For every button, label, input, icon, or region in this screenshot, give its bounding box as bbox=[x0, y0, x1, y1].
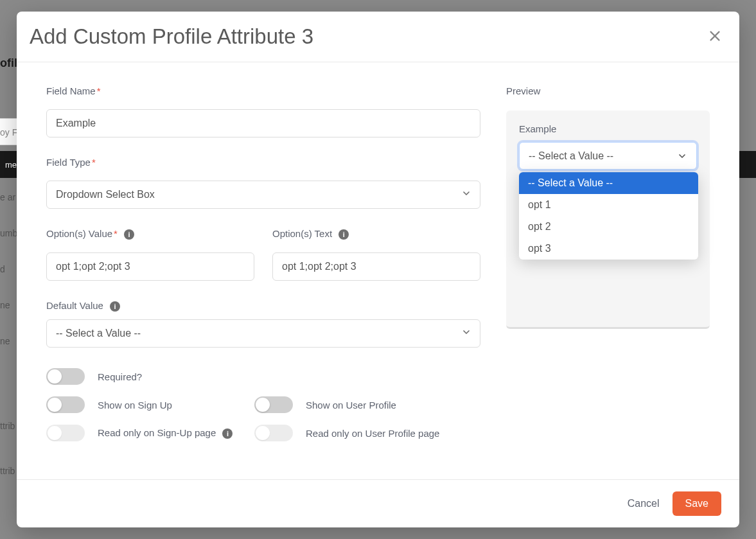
options-value-input[interactable] bbox=[46, 252, 254, 281]
bg-text: ne bbox=[0, 336, 10, 346]
toggle-show-profile[interactable] bbox=[254, 396, 293, 413]
save-button[interactable]: Save bbox=[672, 491, 721, 516]
modal-header: Add Custom Profile Attribute 3 bbox=[17, 12, 739, 62]
dropdown-option[interactable]: opt 2 bbox=[519, 216, 698, 238]
bg-text: umb bbox=[0, 228, 17, 238]
toggle-show-profile-label: Show on User Profile bbox=[306, 400, 396, 411]
default-value-label: Default Value i bbox=[46, 300, 480, 312]
preview-column: Preview Example -- Select a Value -- -- … bbox=[506, 85, 710, 473]
toggle-readonly-profile-row: Read only on User Profile page bbox=[254, 425, 480, 441]
bg-text: ttrib bbox=[0, 421, 15, 431]
modal-footer: Cancel Save bbox=[17, 479, 739, 527]
options-text-input[interactable] bbox=[272, 252, 480, 281]
dropdown-option[interactable]: -- Select a Value -- bbox=[519, 172, 698, 194]
form-column: Field Name* Field Type* Dropdown Select … bbox=[46, 85, 480, 473]
options-value-group: Option(s) Value* i bbox=[46, 228, 254, 281]
options-text-group: Option(s) Text i bbox=[272, 228, 480, 281]
dropdown-option[interactable]: opt 3 bbox=[519, 238, 698, 260]
modal-title: Add Custom Profile Attribute 3 bbox=[30, 24, 313, 49]
toggle-readonly-profile-label: Read only on User Profile page bbox=[306, 428, 439, 439]
info-icon[interactable]: i bbox=[124, 229, 134, 240]
bg-text: e ar bbox=[0, 192, 15, 202]
toggle-readonly-signup-label: Read only on Sign-Up page i bbox=[98, 427, 233, 439]
field-name-group: Field Name* bbox=[46, 85, 480, 137]
toggle-required-label: Required? bbox=[98, 371, 142, 382]
info-icon[interactable]: i bbox=[338, 229, 349, 240]
toggle-readonly-profile bbox=[254, 425, 293, 441]
bg-text: ne bbox=[0, 300, 10, 310]
bg-text: ttrib bbox=[0, 466, 15, 476]
field-type-select[interactable]: Dropdown Select Box bbox=[46, 181, 480, 209]
info-icon[interactable]: i bbox=[222, 429, 233, 439]
preview-dropdown: -- Select a Value -- opt 1 opt 2 opt 3 bbox=[519, 172, 698, 260]
toggle-readonly-signup-row: Read only on Sign-Up page i bbox=[46, 425, 254, 441]
field-name-input[interactable] bbox=[46, 109, 480, 137]
bg-text: d bbox=[0, 264, 5, 274]
field-name-label: Field Name* bbox=[46, 85, 480, 96]
toggles-section: Required? Show on Sign Up Read only on S… bbox=[46, 368, 480, 453]
preview-field-label: Example bbox=[519, 123, 697, 134]
toggle-required-row: Required? bbox=[46, 368, 480, 385]
modal-dialog: Add Custom Profile Attribute 3 Field Nam… bbox=[17, 12, 739, 527]
info-icon[interactable]: i bbox=[110, 301, 120, 312]
chevron-down-icon bbox=[677, 151, 687, 161]
options-row: Option(s) Value* i Option(s) Text i bbox=[46, 228, 480, 281]
toggle-required[interactable] bbox=[46, 368, 85, 385]
default-value-group: Default Value i -- Select a Value -- bbox=[46, 300, 480, 348]
toggle-readonly-signup bbox=[46, 425, 85, 441]
close-button[interactable] bbox=[707, 29, 723, 44]
options-value-label: Option(s) Value* i bbox=[46, 228, 254, 240]
toggle-show-profile-row: Show on User Profile bbox=[254, 396, 480, 413]
toggle-show-signup-label: Show on Sign Up bbox=[98, 400, 172, 411]
toggle-show-signup-row: Show on Sign Up bbox=[46, 396, 254, 413]
cancel-button[interactable]: Cancel bbox=[628, 498, 660, 509]
dropdown-option[interactable]: opt 1 bbox=[519, 194, 698, 216]
field-type-label: Field Type* bbox=[46, 157, 480, 168]
modal-body: Field Name* Field Type* Dropdown Select … bbox=[17, 62, 739, 479]
options-text-label: Option(s) Text i bbox=[272, 228, 480, 240]
default-value-select[interactable]: -- Select a Value -- bbox=[46, 319, 480, 348]
bg-text: ofil bbox=[0, 57, 17, 70]
preview-panel: Example -- Select a Value -- -- Select a… bbox=[506, 110, 710, 329]
toggle-show-signup[interactable] bbox=[46, 396, 85, 413]
field-type-group: Field Type* Dropdown Select Box bbox=[46, 157, 480, 209]
close-icon bbox=[708, 29, 722, 43]
preview-heading: Preview bbox=[506, 85, 710, 96]
preview-select[interactable]: -- Select a Value -- bbox=[519, 142, 697, 170]
